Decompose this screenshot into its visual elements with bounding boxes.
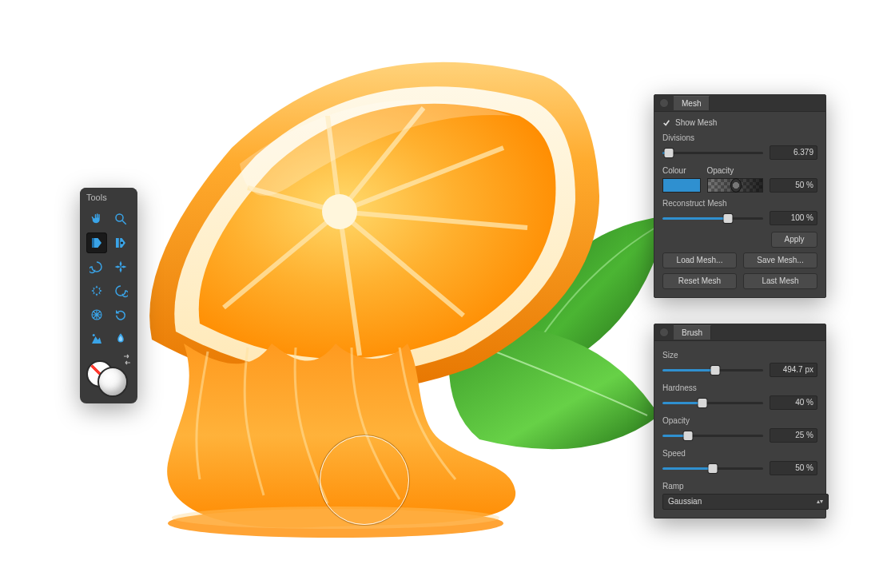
brush-panel-header[interactable]: Brush [654, 324, 825, 341]
colour-label: Colour [662, 166, 686, 175]
last-mesh-button[interactable]: Last Mesh [743, 273, 817, 289]
hardness-slider[interactable] [662, 397, 763, 408]
zoom-tool[interactable] [110, 209, 131, 229]
turbulence-tool[interactable] [86, 304, 107, 325]
hardness-label: Hardness [662, 383, 817, 392]
freeze-tool[interactable] [86, 328, 107, 349]
svg-point-0 [322, 194, 357, 229]
svg-rect-6 [116, 238, 119, 248]
size-slider[interactable] [662, 364, 763, 375]
thaw-tool[interactable] [110, 328, 131, 349]
svg-point-7 [121, 242, 123, 244]
foreground-color-swatch[interactable] [97, 367, 128, 397]
show-mesh-label: Show Mesh [675, 118, 717, 127]
mesh-tab[interactable]: Mesh [674, 96, 710, 110]
hardness-value[interactable]: 40 % [770, 395, 817, 410]
twirl-left-tool[interactable] [86, 256, 107, 277]
tools-panel-title: Tools [80, 188, 137, 205]
mesh-colour-swatch[interactable] [662, 178, 701, 193]
apply-button[interactable]: Apply [771, 232, 817, 248]
opacity-marker[interactable] [730, 178, 742, 193]
pinch-tool[interactable] [110, 256, 131, 277]
orange-slice-artwork [128, 52, 607, 387]
opacity-label: Opacity [706, 166, 734, 175]
tools-grid [80, 205, 137, 356]
load-mesh-button[interactable]: Load Mesh... [662, 252, 737, 268]
divisions-value[interactable]: 6.379 [770, 145, 817, 160]
size-value[interactable]: 494.7 px [770, 363, 817, 377]
brush-opacity-value[interactable]: 25 % [770, 428, 817, 443]
svg-point-3 [116, 214, 123, 221]
ramp-value: Gaussian [668, 495, 702, 509]
save-mesh-button[interactable]: Save Mesh... [743, 252, 817, 268]
punch-tool[interactable] [86, 280, 107, 301]
reconstruct-tool[interactable] [110, 304, 131, 325]
hand-tool[interactable] [86, 209, 107, 229]
close-icon[interactable] [659, 328, 669, 337]
orange-melt-artwork [152, 344, 527, 543]
twirl-right-tool[interactable] [110, 280, 131, 301]
speed-value[interactable]: 50 % [770, 461, 817, 475]
divisions-slider[interactable] [662, 147, 763, 158]
liquify-pull-tool[interactable] [110, 232, 131, 253]
mesh-opacity-strip[interactable] [707, 178, 763, 193]
svg-line-4 [122, 220, 126, 224]
swap-colors-icon[interactable] [121, 354, 133, 365]
size-label: Size [662, 351, 817, 360]
svg-rect-5 [92, 238, 94, 248]
brush-opacity-slider[interactable] [662, 430, 763, 441]
ramp-label: Ramp [662, 482, 817, 491]
reset-mesh-button[interactable]: Reset Mesh [662, 273, 737, 289]
mesh-opacity-value[interactable]: 50 % [770, 178, 817, 193]
brush-panel[interactable]: Brush Size 494.7 px Hardness 40 % Opacit… [654, 324, 826, 518]
show-mesh-checkbox[interactable]: Show Mesh [662, 118, 817, 127]
color-swatches[interactable] [86, 357, 131, 394]
check-icon [662, 119, 670, 127]
svg-point-9 [93, 334, 95, 336]
ramp-select[interactable]: Gaussian ▴▾ [662, 494, 829, 510]
mesh-panel-header[interactable]: Mesh [654, 95, 825, 112]
reconstruct-label: Reconstruct Mesh [662, 199, 817, 208]
divisions-label: Divisions [662, 133, 817, 142]
brush-tab[interactable]: Brush [674, 325, 711, 340]
reconstruct-slider[interactable] [662, 213, 763, 224]
speed-label: Speed [662, 449, 817, 458]
liquify-push-tool[interactable] [86, 232, 107, 253]
mesh-panel[interactable]: Mesh Show Mesh Divisions 6.379 Colour Op… [654, 94, 826, 298]
chevron-updown-icon: ▴▾ [817, 499, 823, 505]
svg-point-2 [172, 507, 499, 529]
reconstruct-value[interactable]: 100 % [770, 211, 817, 225]
brush-opacity-label: Opacity [662, 416, 817, 425]
close-icon[interactable] [659, 98, 669, 108]
tools-panel[interactable]: Tools [80, 188, 137, 403]
speed-slider[interactable] [662, 463, 763, 474]
